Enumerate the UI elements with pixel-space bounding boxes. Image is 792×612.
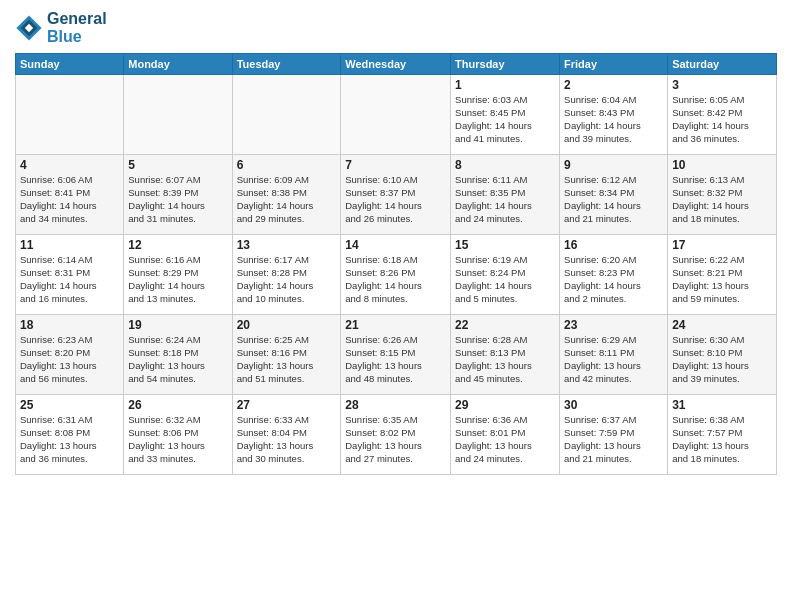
calendar-cell: 12Sunrise: 6:16 AM Sunset: 8:29 PM Dayli…: [124, 235, 232, 315]
day-number: 10: [672, 158, 772, 172]
calendar-cell: 11Sunrise: 6:14 AM Sunset: 8:31 PM Dayli…: [16, 235, 124, 315]
calendar-cell: [124, 75, 232, 155]
calendar-cell: 22Sunrise: 6:28 AM Sunset: 8:13 PM Dayli…: [451, 315, 560, 395]
calendar-cell: 26Sunrise: 6:32 AM Sunset: 8:06 PM Dayli…: [124, 395, 232, 475]
page: General Blue SundayMondayTuesdayWednesda…: [0, 0, 792, 612]
day-number: 3: [672, 78, 772, 92]
day-info: Sunrise: 6:11 AM Sunset: 8:35 PM Dayligh…: [455, 174, 555, 225]
week-row-4: 18Sunrise: 6:23 AM Sunset: 8:20 PM Dayli…: [16, 315, 777, 395]
calendar-cell: 31Sunrise: 6:38 AM Sunset: 7:57 PM Dayli…: [668, 395, 777, 475]
calendar-cell: 8Sunrise: 6:11 AM Sunset: 8:35 PM Daylig…: [451, 155, 560, 235]
day-info: Sunrise: 6:10 AM Sunset: 8:37 PM Dayligh…: [345, 174, 446, 225]
day-info: Sunrise: 6:07 AM Sunset: 8:39 PM Dayligh…: [128, 174, 227, 225]
weekday-header-wednesday: Wednesday: [341, 54, 451, 75]
calendar-cell: [16, 75, 124, 155]
calendar-cell: 20Sunrise: 6:25 AM Sunset: 8:16 PM Dayli…: [232, 315, 341, 395]
day-number: 12: [128, 238, 227, 252]
day-info: Sunrise: 6:29 AM Sunset: 8:11 PM Dayligh…: [564, 334, 663, 385]
day-info: Sunrise: 6:22 AM Sunset: 8:21 PM Dayligh…: [672, 254, 772, 305]
day-number: 26: [128, 398, 227, 412]
calendar-cell: 15Sunrise: 6:19 AM Sunset: 8:24 PM Dayli…: [451, 235, 560, 315]
day-number: 7: [345, 158, 446, 172]
day-number: 24: [672, 318, 772, 332]
day-info: Sunrise: 6:20 AM Sunset: 8:23 PM Dayligh…: [564, 254, 663, 305]
day-info: Sunrise: 6:36 AM Sunset: 8:01 PM Dayligh…: [455, 414, 555, 465]
day-number: 29: [455, 398, 555, 412]
week-row-5: 25Sunrise: 6:31 AM Sunset: 8:08 PM Dayli…: [16, 395, 777, 475]
weekday-header-tuesday: Tuesday: [232, 54, 341, 75]
weekday-header-monday: Monday: [124, 54, 232, 75]
day-info: Sunrise: 6:26 AM Sunset: 8:15 PM Dayligh…: [345, 334, 446, 385]
calendar-cell: 2Sunrise: 6:04 AM Sunset: 8:43 PM Daylig…: [560, 75, 668, 155]
day-number: 21: [345, 318, 446, 332]
day-info: Sunrise: 6:35 AM Sunset: 8:02 PM Dayligh…: [345, 414, 446, 465]
calendar-cell: 17Sunrise: 6:22 AM Sunset: 8:21 PM Dayli…: [668, 235, 777, 315]
calendar-cell: 30Sunrise: 6:37 AM Sunset: 7:59 PM Dayli…: [560, 395, 668, 475]
day-info: Sunrise: 6:18 AM Sunset: 8:26 PM Dayligh…: [345, 254, 446, 305]
day-number: 17: [672, 238, 772, 252]
day-number: 1: [455, 78, 555, 92]
calendar-cell: 18Sunrise: 6:23 AM Sunset: 8:20 PM Dayli…: [16, 315, 124, 395]
day-info: Sunrise: 6:37 AM Sunset: 7:59 PM Dayligh…: [564, 414, 663, 465]
calendar-cell: [341, 75, 451, 155]
calendar-cell: 27Sunrise: 6:33 AM Sunset: 8:04 PM Dayli…: [232, 395, 341, 475]
day-number: 5: [128, 158, 227, 172]
day-number: 25: [20, 398, 119, 412]
weekday-header-friday: Friday: [560, 54, 668, 75]
day-number: 31: [672, 398, 772, 412]
day-info: Sunrise: 6:23 AM Sunset: 8:20 PM Dayligh…: [20, 334, 119, 385]
day-info: Sunrise: 6:28 AM Sunset: 8:13 PM Dayligh…: [455, 334, 555, 385]
day-info: Sunrise: 6:19 AM Sunset: 8:24 PM Dayligh…: [455, 254, 555, 305]
logo-text-line2: Blue: [47, 28, 107, 46]
day-number: 13: [237, 238, 337, 252]
calendar-cell: 19Sunrise: 6:24 AM Sunset: 8:18 PM Dayli…: [124, 315, 232, 395]
day-number: 2: [564, 78, 663, 92]
day-info: Sunrise: 6:31 AM Sunset: 8:08 PM Dayligh…: [20, 414, 119, 465]
weekday-header-thursday: Thursday: [451, 54, 560, 75]
day-number: 22: [455, 318, 555, 332]
day-info: Sunrise: 6:24 AM Sunset: 8:18 PM Dayligh…: [128, 334, 227, 385]
day-number: 15: [455, 238, 555, 252]
day-info: Sunrise: 6:33 AM Sunset: 8:04 PM Dayligh…: [237, 414, 337, 465]
calendar-cell: 3Sunrise: 6:05 AM Sunset: 8:42 PM Daylig…: [668, 75, 777, 155]
calendar-cell: 5Sunrise: 6:07 AM Sunset: 8:39 PM Daylig…: [124, 155, 232, 235]
day-info: Sunrise: 6:03 AM Sunset: 8:45 PM Dayligh…: [455, 94, 555, 145]
day-info: Sunrise: 6:38 AM Sunset: 7:57 PM Dayligh…: [672, 414, 772, 465]
day-info: Sunrise: 6:09 AM Sunset: 8:38 PM Dayligh…: [237, 174, 337, 225]
week-row-1: 1Sunrise: 6:03 AM Sunset: 8:45 PM Daylig…: [16, 75, 777, 155]
weekday-header-saturday: Saturday: [668, 54, 777, 75]
calendar-cell: [232, 75, 341, 155]
day-number: 18: [20, 318, 119, 332]
calendar-cell: 13Sunrise: 6:17 AM Sunset: 8:28 PM Dayli…: [232, 235, 341, 315]
calendar-cell: 24Sunrise: 6:30 AM Sunset: 8:10 PM Dayli…: [668, 315, 777, 395]
calendar-cell: 4Sunrise: 6:06 AM Sunset: 8:41 PM Daylig…: [16, 155, 124, 235]
day-number: 6: [237, 158, 337, 172]
calendar: SundayMondayTuesdayWednesdayThursdayFrid…: [15, 53, 777, 475]
day-info: Sunrise: 6:12 AM Sunset: 8:34 PM Dayligh…: [564, 174, 663, 225]
logo: General Blue: [15, 10, 107, 45]
calendar-cell: 23Sunrise: 6:29 AM Sunset: 8:11 PM Dayli…: [560, 315, 668, 395]
calendar-cell: 14Sunrise: 6:18 AM Sunset: 8:26 PM Dayli…: [341, 235, 451, 315]
day-number: 23: [564, 318, 663, 332]
day-info: Sunrise: 6:25 AM Sunset: 8:16 PM Dayligh…: [237, 334, 337, 385]
day-number: 27: [237, 398, 337, 412]
day-number: 9: [564, 158, 663, 172]
calendar-cell: 6Sunrise: 6:09 AM Sunset: 8:38 PM Daylig…: [232, 155, 341, 235]
logo-icon: [15, 14, 43, 42]
day-number: 14: [345, 238, 446, 252]
weekday-header-sunday: Sunday: [16, 54, 124, 75]
logo-text-line1: General: [47, 10, 107, 28]
week-row-2: 4Sunrise: 6:06 AM Sunset: 8:41 PM Daylig…: [16, 155, 777, 235]
day-number: 28: [345, 398, 446, 412]
day-info: Sunrise: 6:32 AM Sunset: 8:06 PM Dayligh…: [128, 414, 227, 465]
day-number: 16: [564, 238, 663, 252]
day-info: Sunrise: 6:16 AM Sunset: 8:29 PM Dayligh…: [128, 254, 227, 305]
day-info: Sunrise: 6:30 AM Sunset: 8:10 PM Dayligh…: [672, 334, 772, 385]
day-info: Sunrise: 6:14 AM Sunset: 8:31 PM Dayligh…: [20, 254, 119, 305]
day-info: Sunrise: 6:05 AM Sunset: 8:42 PM Dayligh…: [672, 94, 772, 145]
calendar-cell: 25Sunrise: 6:31 AM Sunset: 8:08 PM Dayli…: [16, 395, 124, 475]
day-number: 30: [564, 398, 663, 412]
week-row-3: 11Sunrise: 6:14 AM Sunset: 8:31 PM Dayli…: [16, 235, 777, 315]
day-number: 19: [128, 318, 227, 332]
day-number: 4: [20, 158, 119, 172]
